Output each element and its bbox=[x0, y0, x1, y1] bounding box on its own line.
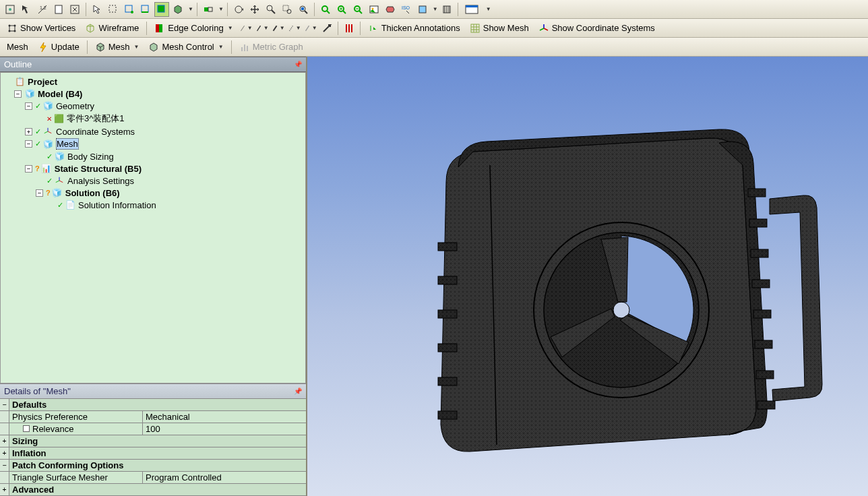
window-dropdown-icon[interactable]: ▼ bbox=[486, 6, 491, 12]
property-value[interactable]: Mechanical bbox=[143, 411, 306, 423]
show-mesh-button[interactable]: Show Mesh bbox=[466, 20, 533, 36]
tool-measure-icon[interactable]: 1,2 bbox=[35, 2, 50, 17]
tool-fit-icon[interactable] bbox=[67, 2, 82, 17]
tree-project[interactable]: 📋 Project bbox=[3, 75, 303, 88]
tool-pan-icon[interactable] bbox=[247, 2, 262, 17]
details-section-defaults[interactable]: − Defaults bbox=[0, 399, 306, 411]
expand-icon[interactable]: + bbox=[25, 128, 32, 135]
tool-view-icon[interactable] bbox=[415, 2, 430, 17]
tool-zoom-in-icon[interactable] bbox=[334, 2, 349, 17]
show-vertices-button[interactable]: Show Vertices bbox=[3, 20, 80, 36]
svg-line-69 bbox=[56, 181, 59, 183]
axes-icon bbox=[42, 126, 53, 137]
tool-zoom-fit-icon[interactable] bbox=[296, 2, 311, 17]
outline-tree[interactable]: 📋 Project − 🧊 Model (B4) − ✓ 🧊 Geometry … bbox=[0, 72, 306, 383]
tool-iso-icon[interactable]: ISO bbox=[399, 2, 414, 17]
thicken-annotations-button[interactable]: Thicken Annotations bbox=[364, 20, 464, 36]
tree-solution-information[interactable]: ✓ 📄 Solution Information bbox=[3, 199, 303, 211]
tool-window-icon[interactable] bbox=[462, 2, 483, 17]
tool-image-icon[interactable] bbox=[367, 2, 381, 17]
tree-solution[interactable]: − ? 🧊 Solution (B6) bbox=[3, 187, 303, 199]
tool-slash3-icon[interactable]: ▼ bbox=[271, 21, 286, 36]
tree-coordinate-systems[interactable]: + ✓ Coordinate Systems bbox=[3, 125, 303, 137]
svg-point-17 bbox=[287, 9, 291, 13]
collapse-icon[interactable]: − bbox=[0, 460, 9, 471]
details-row-relevance[interactable]: Relevance 100 bbox=[0, 423, 306, 435]
mesh-dropdown-button[interactable]: Mesh ▼ bbox=[91, 39, 144, 55]
mesh-control-button[interactable]: Mesh Control ▼ bbox=[144, 39, 227, 55]
tool-vertex-icon[interactable] bbox=[122, 2, 137, 17]
property-value[interactable]: Program Controlled bbox=[143, 472, 306, 483]
property-value[interactable]: 100 bbox=[143, 423, 306, 435]
metric-graph-label: Metric Graph bbox=[253, 42, 303, 52]
collapse-icon[interactable]: − bbox=[14, 90, 22, 98]
details-section-advanced[interactable]: + Advanced bbox=[0, 484, 306, 496]
tool-box-select-icon[interactable] bbox=[106, 2, 121, 17]
pin-icon[interactable]: 📌 bbox=[294, 61, 302, 68]
pin-icon[interactable]: 📌 bbox=[294, 388, 302, 395]
view-dropdown-icon[interactable]: ▼ bbox=[433, 6, 438, 12]
details-row-triangle[interactable]: Triangle Surface Mesher Program Controll… bbox=[0, 472, 306, 484]
tool-slice-icon[interactable] bbox=[383, 2, 398, 17]
spacer bbox=[0, 423, 9, 435]
expand-icon[interactable]: + bbox=[0, 447, 9, 459]
extend-dropdown-icon[interactable]: ▼ bbox=[218, 6, 224, 12]
tool-extend-icon[interactable] bbox=[201, 2, 216, 17]
tool-rotate-icon[interactable] bbox=[231, 2, 246, 17]
tree-label: Solution Information bbox=[78, 200, 156, 210]
tool-look-icon[interactable] bbox=[318, 2, 333, 17]
tool-zoom-box-icon[interactable] bbox=[280, 2, 294, 17]
svg-rect-36 bbox=[466, 5, 478, 7]
svg-line-66 bbox=[44, 131, 48, 133]
show-cs-button[interactable]: Show Coordinate Systems bbox=[534, 20, 659, 36]
lightning-icon bbox=[38, 42, 49, 53]
expand-icon[interactable]: + bbox=[0, 435, 9, 447]
tree-analysis-settings[interactable]: ✓ Analysis Settings bbox=[3, 175, 303, 187]
thicken-icon bbox=[368, 23, 379, 34]
viewport-3d[interactable] bbox=[307, 57, 868, 496]
tree-geometry[interactable]: − ✓ 🧊 Geometry bbox=[3, 100, 303, 112]
tool-zoom-icon[interactable] bbox=[264, 2, 278, 17]
collapse-icon[interactable]: − bbox=[25, 140, 32, 148]
collapse-icon[interactable]: − bbox=[36, 189, 43, 197]
tool-slash2-icon[interactable]: ▼ bbox=[255, 21, 270, 36]
tool-arrow-thick-icon[interactable] bbox=[319, 21, 334, 36]
tool-home-icon[interactable] bbox=[3, 2, 18, 17]
collapse-icon[interactable]: − bbox=[25, 165, 32, 173]
tool-parallel-icon[interactable] bbox=[439, 2, 454, 17]
tool-slash1-icon[interactable]: ▼ bbox=[239, 21, 253, 36]
tool-edge-icon[interactable] bbox=[138, 2, 153, 17]
collapse-icon[interactable]: − bbox=[25, 102, 32, 110]
details-section-patch[interactable]: − Patch Conforming Options bbox=[0, 460, 306, 472]
details-section-inflation[interactable]: + Inflation bbox=[0, 447, 306, 460]
tree-part[interactable]: ✕ 🟩 零件3^装配体1 bbox=[3, 112, 303, 125]
tool-cursor-icon[interactable] bbox=[90, 2, 104, 17]
tool-zoom-out-icon[interactable] bbox=[350, 2, 365, 17]
tree-body-sizing[interactable]: ✓ 🧊 Body Sizing bbox=[3, 150, 303, 162]
tool-doc-icon[interactable] bbox=[51, 2, 66, 17]
svg-line-19 bbox=[305, 11, 307, 13]
mesh-icon: 🧊 bbox=[42, 139, 53, 150]
tool-slash4-icon[interactable]: ▼ bbox=[287, 21, 302, 36]
tool-thickness-icon[interactable] bbox=[342, 21, 356, 36]
update-button[interactable]: Update bbox=[34, 39, 84, 55]
tool-arrow-icon[interactable] bbox=[19, 2, 34, 17]
body-dropdown-icon[interactable]: ▼ bbox=[188, 6, 193, 12]
tool-slash5-icon[interactable]: ▼ bbox=[303, 21, 318, 36]
tree-mesh[interactable]: − ✓ 🧊 Mesh bbox=[3, 137, 303, 150]
svg-rect-81 bbox=[749, 219, 767, 227]
tree-model[interactable]: − 🧊 Model (B4) bbox=[3, 88, 303, 100]
tool-face-icon[interactable] bbox=[154, 2, 169, 17]
edge-coloring-button[interactable]: Edge Coloring ▼ bbox=[150, 20, 237, 36]
wireframe-button[interactable]: Wireframe bbox=[81, 20, 143, 36]
tree-static-structural[interactable]: − ? 📊 Static Structural (B5) bbox=[3, 162, 303, 175]
details-row-physics[interactable]: Physics Preference Mechanical bbox=[0, 411, 306, 423]
collapse-icon[interactable]: − bbox=[0, 399, 9, 410]
thicken-annotations-label: Thicken Annotations bbox=[381, 23, 460, 33]
toolbar-main: 1,2 ▼ ▼ ISO ▼ ▼ bbox=[0, 0, 868, 19]
svg-rect-3 bbox=[55, 5, 62, 13]
tool-body-icon[interactable] bbox=[170, 2, 185, 17]
expand-icon[interactable]: + bbox=[0, 484, 9, 495]
svg-line-48 bbox=[305, 26, 309, 31]
details-section-sizing[interactable]: + Sizing bbox=[0, 435, 306, 447]
